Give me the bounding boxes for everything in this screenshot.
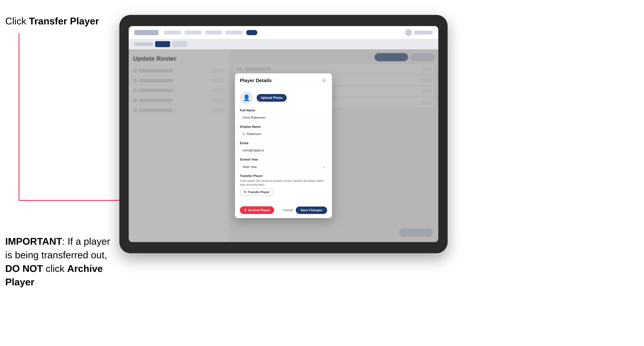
- avatar-icon: 👤: [243, 94, 250, 101]
- tablet-screen: Update Roster: [129, 26, 438, 242]
- school-year-group: School Year Sixth Year ▾: [240, 158, 327, 171]
- transfer-player-button[interactable]: ↻ Transfer Player: [240, 188, 274, 196]
- footer-right: Cancel Save Changes: [283, 206, 327, 214]
- instruction-bottom: IMPORTANT: If a player is being transfer…: [5, 235, 112, 289]
- full-name-group: Full Name: [240, 109, 327, 122]
- important-label: IMPORTANT: [5, 236, 62, 247]
- nav-dashboards[interactable]: [164, 30, 181, 35]
- instruction-bold: Transfer Player: [29, 16, 99, 26]
- modal-overlay: Player Details × 👤 Upload Photo: [129, 49, 438, 242]
- transfer-section-description: If this player has moved to another scho…: [240, 179, 327, 186]
- sub-header-label: [134, 42, 153, 46]
- upload-photo-button[interactable]: Upload Photo: [257, 94, 287, 102]
- school-year-select[interactable]: Sixth Year: [240, 163, 327, 171]
- header-avatar: [405, 29, 412, 36]
- photo-row: 👤 Upload Photo: [240, 91, 327, 104]
- school-year-select-wrapper: Sixth Year ▾: [240, 163, 327, 171]
- email-label: Email: [240, 141, 327, 145]
- full-name-label: Full Name: [240, 109, 327, 112]
- school-year-label: School Year: [240, 158, 327, 162]
- transfer-section: Transfer Player If this player has moved…: [240, 174, 327, 196]
- transfer-btn-label: Transfer Player: [248, 190, 270, 194]
- avatar-circle: 👤: [240, 91, 253, 104]
- nav-team[interactable]: [185, 30, 202, 35]
- app-nav: [164, 30, 258, 35]
- app-header: [129, 26, 438, 39]
- modal-header: Player Details ×: [235, 73, 332, 87]
- full-name-input[interactable]: [240, 113, 327, 122]
- header-right: [405, 29, 433, 36]
- display-name-group: Display Name: [240, 125, 327, 138]
- transfer-section-label: Transfer Player: [240, 174, 327, 178]
- archive-btn-label: Archive Player: [248, 208, 270, 212]
- nav-more[interactable]: [226, 30, 242, 35]
- sub-header-filter[interactable]: [172, 41, 187, 47]
- do-not-label: DO NOT: [5, 263, 43, 274]
- instruction-top: Click Transfer Player: [5, 15, 99, 27]
- transfer-icon: ↻: [244, 190, 246, 194]
- save-changes-button[interactable]: Save Changes: [296, 206, 327, 214]
- sub-header: [129, 39, 438, 49]
- header-account-text: [414, 30, 433, 35]
- app-logo: [134, 30, 158, 35]
- modal-footer: ⬆ Archive Player Cancel Save Changes: [235, 203, 332, 218]
- main-content: Update Roster: [129, 49, 438, 242]
- archive-player-button[interactable]: ⬆ Archive Player: [240, 206, 274, 214]
- tablet-device: Update Roster: [119, 15, 448, 253]
- player-details-modal: Player Details × 👤 Upload Photo: [235, 73, 332, 218]
- nav-coaches[interactable]: [205, 30, 222, 35]
- email-group: Email: [240, 141, 327, 155]
- modal-title: Player Details: [240, 78, 272, 83]
- sub-header-filter-active[interactable]: [155, 41, 170, 47]
- display-name-input[interactable]: [240, 130, 327, 138]
- archive-icon: ⬆: [244, 208, 246, 212]
- display-name-label: Display Name: [240, 125, 327, 129]
- cancel-button[interactable]: Cancel: [283, 208, 293, 212]
- modal-body: 👤 Upload Photo Full Name Display Name: [235, 87, 332, 203]
- annotation-vertical-line: [19, 33, 20, 201]
- nav-roster-active[interactable]: [246, 30, 258, 35]
- email-input[interactable]: [240, 146, 327, 155]
- modal-close-button[interactable]: ×: [321, 77, 327, 83]
